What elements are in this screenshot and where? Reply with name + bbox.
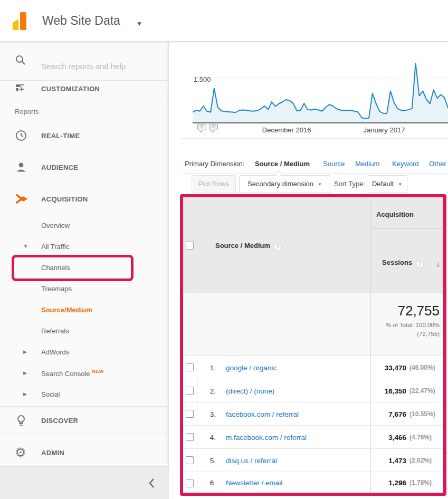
source-medium-link[interactable]: Newsletter / email (226, 478, 282, 486)
row-checkbox[interactable] (186, 410, 194, 418)
chevron-right-icon[interactable]: ▶ (23, 349, 27, 354)
table-row: 4. m.facebook.com / referral 3,466 (4.76… (183, 426, 443, 449)
row-index: 5. (206, 456, 216, 464)
sidebar-item-treemaps[interactable]: Treemaps (41, 285, 72, 293)
customization-icon (15, 82, 27, 95)
column-header-source-medium[interactable]: Source / Medium (215, 242, 282, 251)
help-icon[interactable] (274, 243, 282, 251)
sidebar-item-overview[interactable]: Overview (41, 222, 70, 229)
sidebar-item-all-traffic[interactable]: All Traffic (41, 243, 69, 251)
acquisition-column-group: Acquisition Sessions ↓ (371, 197, 443, 293)
sidebar-item-source-medium[interactable]: Source/Medium (41, 306, 92, 314)
row-index: 4. (206, 433, 216, 441)
sidebar-item-channels[interactable]: Channels (41, 264, 70, 272)
sidebar-footer (0, 466, 169, 499)
column-header-label: Source / Medium (215, 242, 270, 250)
table-header: Source / Medium Acquisition Sessions ↓ (183, 197, 443, 293)
column-header-sessions[interactable]: Sessions (382, 258, 424, 268)
chevron-down-icon: ▼ (398, 182, 402, 187)
google-analytics-logo-icon[interactable] (12, 12, 27, 33)
primary-dimension-bar: Primary Dimension: Source / Medium Sourc… (169, 153, 448, 174)
table-row: 1. google / organic 33,470 (46.00%) (183, 356, 443, 379)
row-checkbox[interactable] (186, 433, 194, 441)
sort-type-dropdown[interactable]: Default▼ (367, 175, 407, 193)
source-medium-link[interactable]: disq.us / referral (226, 456, 277, 464)
x-axis-tick-label: January 2017 (364, 126, 405, 134)
sessions-percent: (46.00%) (409, 364, 435, 371)
row-checkbox[interactable] (186, 363, 194, 371)
search-input[interactable]: Search reports and help (0, 47, 169, 74)
sidebar-item-label: CUSTOMIZATION (41, 85, 100, 93)
primary-dimension-selected[interactable]: Source / Medium (255, 160, 310, 168)
search-icon (15, 54, 27, 67)
sidebar-item-audience[interactable]: AUDIENCE (0, 158, 169, 176)
column-divider (197, 197, 197, 493)
collapse-sidebar-icon[interactable] (148, 477, 156, 489)
table-totals-row: 72,755 % of Total: 100.00% (72,755) (183, 293, 443, 356)
help-icon[interactable] (416, 260, 424, 268)
source-medium-link[interactable]: m.facebook.com / referral (226, 433, 307, 441)
secondary-dimension-label: Secondary dimension (247, 180, 313, 188)
primary-dimension-option-other[interactable]: Other (429, 160, 446, 168)
annotation-bubble-icon[interactable]: ☰ (209, 124, 218, 130)
sidebar-item-search-console[interactable]: Search ConsoleNEW (41, 369, 104, 378)
sidebar-item-social[interactable]: Social (41, 390, 60, 398)
chevron-right-icon[interactable]: ▶ (23, 370, 27, 376)
sort-type-value: Default (372, 180, 394, 188)
sessions-value: 16,350 (385, 387, 406, 395)
sidebar-item-admin[interactable]: ⚙ ADMIN (0, 444, 169, 462)
clock-icon (15, 129, 27, 142)
source-medium-link[interactable]: facebook.com / referral (226, 410, 299, 418)
sidebar-item-adwords[interactable]: AdWords (41, 348, 69, 356)
sidebar-item-customization[interactable]: CUSTOMIZATION (0, 79, 169, 99)
column-header-label: Sessions (382, 258, 412, 266)
x-axis-tick-label: December 2016 (262, 126, 311, 134)
divider (371, 228, 443, 229)
row-checkbox[interactable] (186, 479, 194, 487)
sessions-value: 3,466 (388, 433, 406, 441)
total-percent-value: (72,755) (417, 331, 440, 337)
sessions-percent: (4.76%) (409, 434, 432, 441)
secondary-dimension-dropdown[interactable]: Secondary dimension▼ (239, 175, 330, 193)
sessions-area-chart[interactable] (193, 49, 448, 123)
sidebar-item-label: Search Console (41, 370, 90, 378)
total-percent-line: % of Total: 100.00% (386, 322, 440, 328)
lightbulb-icon (15, 414, 27, 427)
row-checkbox[interactable] (186, 456, 194, 464)
primary-dimension-option-keyword[interactable]: Keyword (392, 160, 419, 168)
source-medium-link[interactable]: (direct) / (none) (226, 387, 274, 395)
sidebar-item-realtime[interactable]: REAL-TIME (0, 127, 169, 145)
row-index: 2. (206, 387, 216, 395)
divider (181, 138, 448, 139)
primary-dimension-option-medium[interactable]: Medium (355, 160, 379, 168)
y-axis-tick-label: 1,500 (194, 75, 211, 83)
reports-section-label: Reports (15, 108, 39, 116)
annotation-bubble-icon[interactable]: ☰ (197, 124, 206, 130)
search-placeholder: Search reports and help (41, 62, 126, 71)
row-checkbox[interactable] (186, 387, 194, 395)
sidebar-item-acquisition[interactable]: ACQUISITION (0, 190, 169, 208)
sidebar-item-referrals[interactable]: Referrals (41, 327, 69, 335)
select-all-checkbox[interactable] (186, 242, 194, 250)
sessions-value: 7,676 (388, 410, 406, 418)
sort-descending-icon[interactable]: ↓ (436, 259, 441, 268)
chevron-down-icon[interactable]: ▼ (23, 244, 28, 249)
source-medium-link[interactable]: google / organic (226, 363, 277, 371)
primary-dimension-option-source[interactable]: Source (323, 160, 345, 168)
sessions-percent: (1.78%) (409, 479, 432, 486)
chevron-right-icon[interactable]: ▶ (23, 391, 27, 397)
page-title[interactable]: Web Site Data (42, 0, 120, 42)
chevron-down-icon[interactable]: ▼ (136, 20, 142, 27)
sidebar-item-label: ACQUISITION (41, 195, 88, 203)
source-medium-table: Source / Medium Acquisition Sessions ↓ 7… (183, 197, 443, 493)
row-index: 1. (206, 363, 216, 371)
ga-app-window: Web Site Data ▼ Search reports and help … (0, 0, 448, 499)
sort-type-label: Sort Type: (334, 175, 365, 193)
person-icon (15, 161, 27, 174)
column-divider (370, 197, 371, 493)
sidebar-item-label: AUDIENCE (41, 164, 78, 171)
sidebar-item-discover[interactable]: DISCOVER (0, 411, 169, 429)
plot-rows-button[interactable]: Plot Rows (192, 175, 236, 193)
acquisition-share-icon (15, 193, 27, 205)
table-toolbar: Plot Rows Secondary dimension▼ Sort Type… (169, 174, 448, 194)
